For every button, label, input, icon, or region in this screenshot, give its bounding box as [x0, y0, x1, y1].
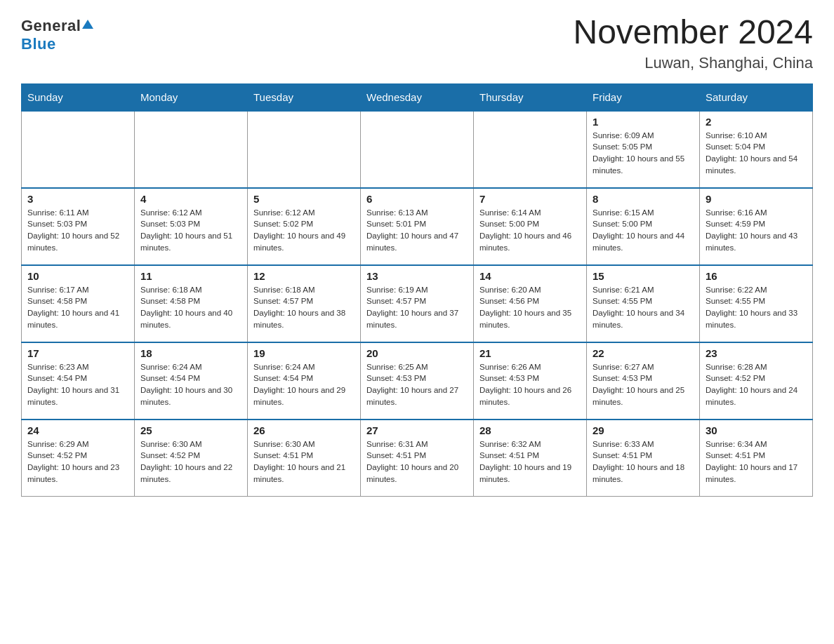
day-info: Sunrise: 6:21 AM Sunset: 4:55 PM Dayligh… — [593, 284, 694, 331]
day-number: 27 — [366, 424, 468, 436]
day-info: Sunrise: 6:34 AM Sunset: 4:51 PM Dayligh… — [706, 438, 807, 485]
calendar-cell: 3Sunrise: 6:11 AM Sunset: 5:03 PM Daylig… — [22, 188, 135, 265]
calendar-cell: 13Sunrise: 6:19 AM Sunset: 4:57 PM Dayli… — [361, 265, 474, 342]
calendar-cell: 23Sunrise: 6:28 AM Sunset: 4:52 PM Dayli… — [700, 342, 813, 420]
day-number: 9 — [706, 193, 807, 205]
calendar-cell: 20Sunrise: 6:25 AM Sunset: 4:53 PM Dayli… — [361, 342, 474, 420]
calendar-cell: 17Sunrise: 6:23 AM Sunset: 4:54 PM Dayli… — [22, 342, 135, 420]
logo: General Blue — [21, 14, 93, 53]
calendar-title: November 2024 — [573, 14, 813, 51]
day-number: 6 — [366, 193, 468, 205]
day-number: 5 — [253, 193, 355, 205]
calendar-cell: 22Sunrise: 6:27 AM Sunset: 4:53 PM Dayli… — [587, 342, 700, 420]
day-number: 13 — [366, 270, 468, 282]
calendar-cell: 18Sunrise: 6:24 AM Sunset: 4:54 PM Dayli… — [135, 342, 248, 420]
day-info: Sunrise: 6:24 AM Sunset: 4:54 PM Dayligh… — [253, 361, 355, 408]
day-number: 26 — [253, 424, 355, 436]
day-info: Sunrise: 6:32 AM Sunset: 4:51 PM Dayligh… — [479, 438, 581, 485]
day-number: 18 — [140, 347, 241, 359]
calendar-cell: 4Sunrise: 6:12 AM Sunset: 5:03 PM Daylig… — [135, 188, 248, 265]
logo-blue-text: Blue — [21, 35, 56, 53]
day-info: Sunrise: 6:23 AM Sunset: 4:54 PM Dayligh… — [27, 361, 128, 408]
weekday-header-monday: Monday — [135, 83, 248, 111]
calendar-cell: 21Sunrise: 6:26 AM Sunset: 4:53 PM Dayli… — [474, 342, 587, 420]
day-number: 1 — [593, 116, 694, 128]
day-number: 29 — [593, 424, 694, 436]
calendar-cell — [22, 111, 135, 188]
day-number: 23 — [706, 347, 807, 359]
day-number: 30 — [706, 424, 807, 436]
day-info: Sunrise: 6:13 AM Sunset: 5:01 PM Dayligh… — [366, 207, 468, 254]
logo-general-text: General — [21, 17, 81, 35]
calendar-cell: 25Sunrise: 6:30 AM Sunset: 4:52 PM Dayli… — [135, 420, 248, 497]
day-number: 22 — [593, 347, 694, 359]
day-info: Sunrise: 6:20 AM Sunset: 4:56 PM Dayligh… — [479, 284, 581, 331]
day-info: Sunrise: 6:19 AM Sunset: 4:57 PM Dayligh… — [366, 284, 468, 331]
calendar-cell: 15Sunrise: 6:21 AM Sunset: 4:55 PM Dayli… — [587, 265, 700, 342]
calendar-cell — [135, 111, 248, 188]
day-number: 4 — [140, 193, 241, 205]
day-number: 14 — [479, 270, 581, 282]
day-info: Sunrise: 6:33 AM Sunset: 4:51 PM Dayligh… — [593, 438, 694, 485]
day-number: 19 — [253, 347, 355, 359]
calendar-cell: 1Sunrise: 6:09 AM Sunset: 5:05 PM Daylig… — [587, 111, 700, 188]
day-info: Sunrise: 6:29 AM Sunset: 4:52 PM Dayligh… — [27, 438, 128, 485]
week-row-5: 24Sunrise: 6:29 AM Sunset: 4:52 PM Dayli… — [22, 420, 813, 497]
day-number: 20 — [366, 347, 468, 359]
calendar-cell — [361, 111, 474, 188]
calendar-cell: 8Sunrise: 6:15 AM Sunset: 5:00 PM Daylig… — [587, 188, 700, 265]
calendar-cell: 26Sunrise: 6:30 AM Sunset: 4:51 PM Dayli… — [248, 420, 361, 497]
day-info: Sunrise: 6:17 AM Sunset: 4:58 PM Dayligh… — [27, 284, 128, 331]
day-info: Sunrise: 6:12 AM Sunset: 5:02 PM Dayligh… — [253, 207, 355, 254]
day-info: Sunrise: 6:15 AM Sunset: 5:00 PM Dayligh… — [593, 207, 694, 254]
calendar-cell — [248, 111, 361, 188]
day-number: 8 — [593, 193, 694, 205]
week-row-4: 17Sunrise: 6:23 AM Sunset: 4:54 PM Dayli… — [22, 342, 813, 420]
day-number: 24 — [27, 424, 128, 436]
header: General Blue November 2024 Luwan, Shangh… — [21, 14, 813, 72]
day-number: 16 — [706, 270, 807, 282]
calendar-cell: 28Sunrise: 6:32 AM Sunset: 4:51 PM Dayli… — [474, 420, 587, 497]
calendar-cell: 7Sunrise: 6:14 AM Sunset: 5:00 PM Daylig… — [474, 188, 587, 265]
weekday-header-row: SundayMondayTuesdayWednesdayThursdayFrid… — [22, 83, 813, 111]
day-info: Sunrise: 6:11 AM Sunset: 5:03 PM Dayligh… — [27, 207, 128, 254]
day-info: Sunrise: 6:28 AM Sunset: 4:52 PM Dayligh… — [706, 361, 807, 408]
title-area: November 2024 Luwan, Shanghai, China — [573, 14, 813, 72]
day-info: Sunrise: 6:24 AM Sunset: 4:54 PM Dayligh… — [140, 361, 241, 408]
week-row-3: 10Sunrise: 6:17 AM Sunset: 4:58 PM Dayli… — [22, 265, 813, 342]
calendar-cell: 10Sunrise: 6:17 AM Sunset: 4:58 PM Dayli… — [22, 265, 135, 342]
calendar-cell: 30Sunrise: 6:34 AM Sunset: 4:51 PM Dayli… — [700, 420, 813, 497]
day-info: Sunrise: 6:09 AM Sunset: 5:05 PM Dayligh… — [593, 130, 694, 177]
week-row-2: 3Sunrise: 6:11 AM Sunset: 5:03 PM Daylig… — [22, 188, 813, 265]
day-number: 10 — [27, 270, 128, 282]
day-info: Sunrise: 6:27 AM Sunset: 4:53 PM Dayligh… — [593, 361, 694, 408]
weekday-header-saturday: Saturday — [700, 83, 813, 111]
day-number: 17 — [27, 347, 128, 359]
calendar-cell: 29Sunrise: 6:33 AM Sunset: 4:51 PM Dayli… — [587, 420, 700, 497]
day-info: Sunrise: 6:22 AM Sunset: 4:55 PM Dayligh… — [706, 284, 807, 331]
calendar-table: SundayMondayTuesdayWednesdayThursdayFrid… — [21, 83, 813, 497]
calendar-cell: 19Sunrise: 6:24 AM Sunset: 4:54 PM Dayli… — [248, 342, 361, 420]
day-number: 21 — [479, 347, 581, 359]
calendar-cell: 6Sunrise: 6:13 AM Sunset: 5:01 PM Daylig… — [361, 188, 474, 265]
day-number: 12 — [253, 270, 355, 282]
day-info: Sunrise: 6:18 AM Sunset: 4:57 PM Dayligh… — [253, 284, 355, 331]
calendar-cell: 27Sunrise: 6:31 AM Sunset: 4:51 PM Dayli… — [361, 420, 474, 497]
day-number: 15 — [593, 270, 694, 282]
day-info: Sunrise: 6:31 AM Sunset: 4:51 PM Dayligh… — [366, 438, 468, 485]
weekday-header-wednesday: Wednesday — [361, 83, 474, 111]
logo-triangle-icon — [82, 20, 93, 29]
calendar-cell: 5Sunrise: 6:12 AM Sunset: 5:02 PM Daylig… — [248, 188, 361, 265]
calendar-subtitle: Luwan, Shanghai, China — [573, 54, 813, 72]
day-info: Sunrise: 6:30 AM Sunset: 4:52 PM Dayligh… — [140, 438, 241, 485]
day-info: Sunrise: 6:25 AM Sunset: 4:53 PM Dayligh… — [366, 361, 468, 408]
day-number: 25 — [140, 424, 241, 436]
calendar-cell: 2Sunrise: 6:10 AM Sunset: 5:04 PM Daylig… — [700, 111, 813, 188]
calendar-cell: 14Sunrise: 6:20 AM Sunset: 4:56 PM Dayli… — [474, 265, 587, 342]
day-info: Sunrise: 6:16 AM Sunset: 4:59 PM Dayligh… — [706, 207, 807, 254]
week-row-1: 1Sunrise: 6:09 AM Sunset: 5:05 PM Daylig… — [22, 111, 813, 188]
calendar-cell: 9Sunrise: 6:16 AM Sunset: 4:59 PM Daylig… — [700, 188, 813, 265]
weekday-header-thursday: Thursday — [474, 83, 587, 111]
day-info: Sunrise: 6:10 AM Sunset: 5:04 PM Dayligh… — [706, 130, 807, 177]
day-info: Sunrise: 6:18 AM Sunset: 4:58 PM Dayligh… — [140, 284, 241, 331]
